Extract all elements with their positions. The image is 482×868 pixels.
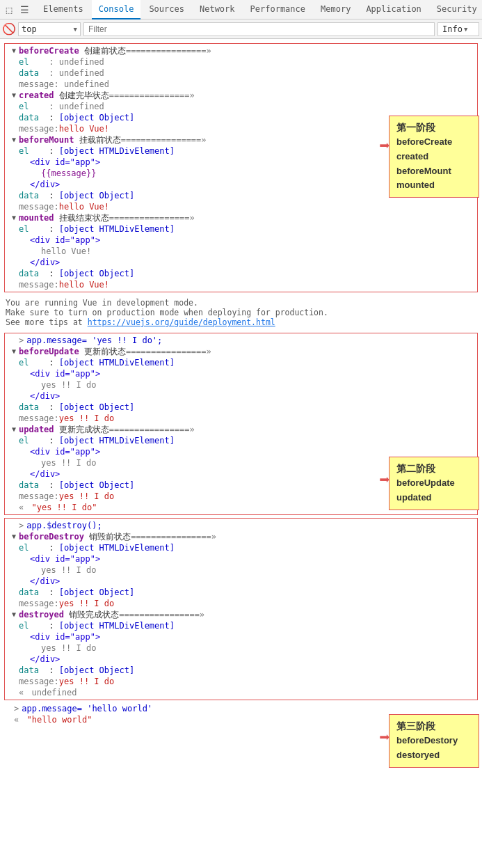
list-item: data : [object Object] bbox=[5, 665, 477, 676]
vue-dev-warning: You are running Vue in development mode.… bbox=[0, 295, 482, 330]
list-item: ▼ beforeUpdate 更新前状态 ================» bbox=[5, 346, 477, 357]
annotation-arrow-3: ➡ bbox=[379, 727, 390, 748]
chevron-down-icon: ▼ bbox=[74, 26, 77, 33]
list-item: data : [object Object] bbox=[5, 587, 477, 598]
console-input-3: > app.message= 'hello world' bbox=[0, 703, 482, 714]
tab-security[interactable]: Security bbox=[430, 0, 482, 19]
tab-application[interactable]: Application bbox=[359, 0, 428, 19]
annotation-arrow-1: ➡ bbox=[379, 135, 390, 156]
log-level-value: Info bbox=[442, 24, 463, 34]
list-item: message: yes !! I do bbox=[5, 413, 477, 424]
list-item: </div> bbox=[5, 576, 477, 587]
tab-memory[interactable]: Memory bbox=[314, 0, 358, 19]
annotation-arrow-2: ➡ bbox=[379, 469, 390, 490]
console-result-2: « undefined bbox=[5, 687, 477, 698]
menu-bar: ⬚ ☰ Elements Console Sources Network Per… bbox=[0, 0, 482, 19]
list-item: ▼ beforeDestroy 销毁前状态 ================» bbox=[5, 531, 477, 542]
list-item: el : undefined bbox=[5, 101, 477, 112]
tab-performance[interactable]: Performance bbox=[243, 0, 312, 19]
context-value: top bbox=[22, 24, 72, 34]
list-item: el : [object HTMLDivElement] bbox=[5, 223, 477, 235]
list-item: </div> bbox=[5, 654, 477, 665]
list-item: data : [object Object] bbox=[5, 268, 477, 279]
deployment-link[interactable]: https://vuejs.org/guide/deployment.html bbox=[88, 317, 275, 327]
inspect-icon[interactable]: ⬚ bbox=[3, 3, 15, 16]
list-item: message: yes !! I do bbox=[5, 598, 477, 609]
log-level-selector[interactable]: Info ▼ bbox=[437, 22, 479, 36]
lifecycle-section-3: > app.$destroy(); ▼ beforeDestroy 销毁前状态 … bbox=[4, 518, 478, 700]
list-item: data : [object Object] bbox=[5, 402, 477, 413]
list-item: message: hello Vue! bbox=[5, 279, 477, 290]
list-item: yes !! I do bbox=[5, 565, 477, 576]
list-item: el : [object HTMLDivElement] bbox=[5, 542, 477, 553]
console-output: ▼ beforeCreate 创建前状态 ================» e… bbox=[0, 39, 482, 727]
tab-console[interactable]: Console bbox=[92, 0, 141, 19]
list-item: message: hello Vue! bbox=[5, 201, 477, 212]
console-input-2: > app.$destroy(); bbox=[5, 520, 477, 531]
list-item: message: yes !! I do bbox=[5, 676, 477, 687]
list-item: yes !! I do bbox=[5, 642, 477, 654]
list-item: el : [object HTMLDivElement] bbox=[5, 435, 477, 446]
list-item: <div id="app"> bbox=[5, 631, 477, 642]
list-item: el : [object HTMLDivElement] bbox=[5, 357, 477, 368]
list-item: ▼ mounted 挂载结束状态 ================» bbox=[5, 212, 477, 223]
list-item: ▼ destroyed 销毁完成状态 ================» bbox=[5, 609, 477, 620]
list-item: yes !! I do bbox=[5, 379, 477, 390]
list-item: ▼ updated 更新完成状态 ================» bbox=[5, 424, 477, 435]
list-item: hello Vue! bbox=[5, 246, 477, 257]
context-selector[interactable]: top ▼ bbox=[18, 22, 81, 36]
list-item: data : undefined bbox=[5, 68, 477, 79]
list-item: el : [object HTMLDivElement] bbox=[5, 620, 477, 631]
clear-console-icon[interactable]: 🚫 bbox=[3, 23, 15, 35]
console-input-1: > app.message= 'yes !! I do'; bbox=[5, 335, 477, 346]
filter-input[interactable] bbox=[83, 22, 435, 36]
console-toolbar: 🚫 top ▼ Info ▼ bbox=[0, 19, 482, 39]
level-chevron-icon: ▼ bbox=[464, 26, 467, 33]
annotation-3: 第三阶段 beforeDestory destoryed bbox=[389, 714, 479, 768]
list-item: </div> bbox=[5, 390, 477, 402]
annotation-2: 第二阶段 beforeUpdate updated bbox=[389, 457, 479, 510]
annotation-1: 第一阶段 beforeCreate created beforeMount mo… bbox=[389, 116, 479, 198]
list-item: ▼ created 创建完毕状态 ================» bbox=[5, 90, 477, 101]
device-icon[interactable]: ☰ bbox=[18, 3, 31, 16]
list-item: <div id="app"> bbox=[5, 553, 477, 565]
devtools-icons: ⬚ ☰ bbox=[3, 3, 31, 16]
list-item: message: undefined bbox=[5, 79, 477, 90]
tab-network[interactable]: Network bbox=[193, 0, 242, 19]
list-item: ▼ beforeCreate 创建前状态 ================» bbox=[5, 45, 477, 56]
list-item: <div id="app"> bbox=[5, 235, 477, 246]
list-item: <div id="app"> bbox=[5, 446, 477, 457]
tab-elements[interactable]: Elements bbox=[36, 0, 90, 19]
list-item: el : undefined bbox=[5, 56, 477, 68]
list-item: </div> bbox=[5, 257, 477, 268]
tab-sources[interactable]: Sources bbox=[142, 0, 191, 19]
list-item: <div id="app"> bbox=[5, 368, 477, 379]
